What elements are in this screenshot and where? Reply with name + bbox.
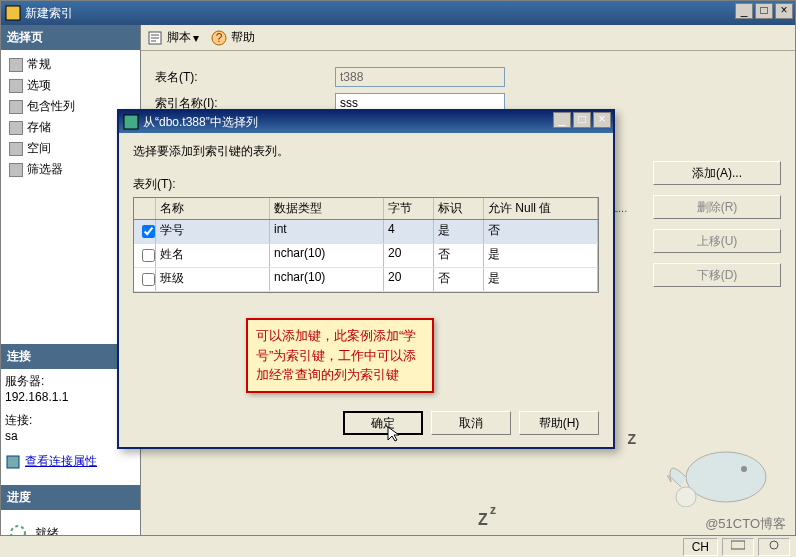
table-columns-label: 表列(T): (133, 176, 599, 193)
decorative-z-icon: z (490, 503, 496, 517)
move-up-button[interactable]: 上移(U) (653, 229, 781, 253)
page-icon (9, 142, 23, 156)
cell-name: 学号 (156, 220, 270, 243)
add-button[interactable]: 添加(A)... (653, 161, 781, 185)
remove-button[interactable]: 删除(R) (653, 195, 781, 219)
decorative-z-icon: Z (478, 511, 488, 529)
table-name-input (335, 67, 505, 87)
dialog-buttons: 确定 取消 帮助(H) (343, 411, 599, 435)
page-icon (9, 163, 23, 177)
ime-indicator[interactable]: CH (683, 538, 718, 556)
dialog-body: 选择要添加到索引键的表列。 表列(T): 名称 数据类型 字节 标识 允许 Nu… (119, 133, 613, 303)
progress-header: 进度 (1, 485, 140, 510)
close-button[interactable]: × (775, 3, 793, 19)
row-checkbox[interactable] (142, 249, 155, 262)
row-checkbox[interactable] (142, 273, 155, 286)
cancel-button[interactable]: 取消 (431, 411, 511, 435)
right-button-panel: 添加(A)... 删除(R) 上移(U) 下移(D) (653, 161, 783, 297)
page-icon (9, 121, 23, 135)
nav-label: 空间 (27, 140, 51, 157)
page-icon (9, 79, 23, 93)
page-icon (9, 100, 23, 114)
connection-props-icon (5, 454, 21, 470)
table-row[interactable]: 班级nchar(10)20否是 (134, 268, 598, 292)
ok-button[interactable]: 确定 (343, 411, 423, 435)
cell-byte: 20 (384, 268, 434, 291)
help-toolbar-button[interactable]: ? 帮助 (211, 29, 255, 46)
svg-rect-10 (731, 541, 745, 549)
dialog-help-button[interactable]: 帮助(H) (519, 411, 599, 435)
dialog-title: 从“dbo.t388”中选择列 (143, 110, 258, 134)
cell-null: 是 (484, 268, 598, 291)
cell-null: 否 (484, 220, 598, 243)
statusbar: CH (0, 535, 796, 557)
header-null[interactable]: 允许 Null 值 (484, 198, 598, 219)
cell-byte: 20 (384, 244, 434, 267)
table-row[interactable]: 姓名nchar(10)20否是 (134, 244, 598, 268)
nav-label: 筛选器 (27, 161, 63, 178)
script-icon (147, 30, 163, 46)
dialog-icon (123, 114, 139, 130)
window-icon (5, 5, 21, 21)
script-toolbar-button[interactable]: 脚本 ▾ (147, 29, 199, 46)
nav-label: 存储 (27, 119, 51, 136)
select-column-dialog: 从“dbo.t388”中选择列 _ □ × 选择要添加到索引键的表列。 表列(T… (117, 109, 615, 449)
dialog-titlebar: 从“dbo.t388”中选择列 _ □ × (119, 111, 613, 133)
svg-point-8 (741, 466, 747, 472)
table-row[interactable]: 学号int4是否 (134, 220, 598, 244)
page-icon (9, 58, 23, 72)
row-checkbox[interactable] (142, 225, 155, 238)
dialog-maximize-button[interactable]: □ (573, 112, 591, 128)
columns-grid: 名称 数据类型 字节 标识 允许 Null 值 学号int4是否姓名nchar(… (133, 197, 599, 293)
nav-label: 常规 (27, 56, 51, 73)
grid-header: 名称 数据类型 字节 标识 允许 Null 值 (134, 198, 598, 220)
cell-type: nchar(10) (270, 268, 384, 291)
window-title: 新建索引 (25, 1, 73, 25)
nav-item-0[interactable]: 常规 (5, 54, 136, 75)
nav-label: 包含性列 (27, 98, 75, 115)
toolbar: 脚本 ▾ ? 帮助 (141, 25, 795, 51)
header-type[interactable]: 数据类型 (270, 198, 384, 219)
ime-icon[interactable] (722, 538, 754, 556)
dialog-minimize-button[interactable]: _ (553, 112, 571, 128)
minimize-button[interactable]: _ (735, 3, 753, 19)
svg-point-11 (770, 541, 778, 549)
header-flag[interactable]: 标识 (434, 198, 484, 219)
svg-point-7 (686, 452, 766, 502)
svg-rect-6 (124, 115, 138, 129)
cell-flag: 否 (434, 268, 484, 291)
nav-label: 选项 (27, 77, 51, 94)
header-byte[interactable]: 字节 (384, 198, 434, 219)
options-icon (767, 539, 781, 551)
maximize-button[interactable]: □ (755, 3, 773, 19)
select-page-header: 选择页 (1, 25, 140, 50)
main-window-buttons: _ □ × (733, 3, 793, 19)
watermark: @51CTO博客 (705, 515, 786, 533)
svg-text:?: ? (216, 31, 223, 45)
svg-rect-1 (7, 456, 19, 468)
nav-item-1[interactable]: 选项 (5, 75, 136, 96)
decorative-z-icon: Z (627, 431, 636, 447)
cell-null: 是 (484, 244, 598, 267)
move-down-button[interactable]: 下移(D) (653, 263, 781, 287)
header-name[interactable]: 名称 (156, 198, 270, 219)
svg-point-9 (676, 487, 696, 507)
keyboard-icon (731, 539, 745, 551)
cell-type: nchar(10) (270, 244, 384, 267)
help-icon: ? (211, 30, 227, 46)
annotation-callout: 可以添加键，此案例添加“学号”为索引键，工作中可以添加经常查询的列为索引键 (246, 318, 434, 393)
dropdown-arrow-icon: ▾ (193, 31, 199, 45)
decorative-whale-image (656, 427, 776, 507)
cell-name: 班级 (156, 268, 270, 291)
cell-flag: 否 (434, 244, 484, 267)
dialog-description: 选择要添加到索引键的表列。 (133, 143, 599, 160)
cell-name: 姓名 (156, 244, 270, 267)
view-connection-props-link[interactable]: 查看连接属性 (25, 453, 97, 470)
ime-options[interactable] (758, 538, 790, 556)
cell-flag: 是 (434, 220, 484, 243)
dialog-close-button[interactable]: × (593, 112, 611, 128)
table-name-label: 表名(T): (155, 69, 335, 86)
main-titlebar: 新建索引 (1, 1, 795, 25)
cell-byte: 4 (384, 220, 434, 243)
cell-type: int (270, 220, 384, 243)
